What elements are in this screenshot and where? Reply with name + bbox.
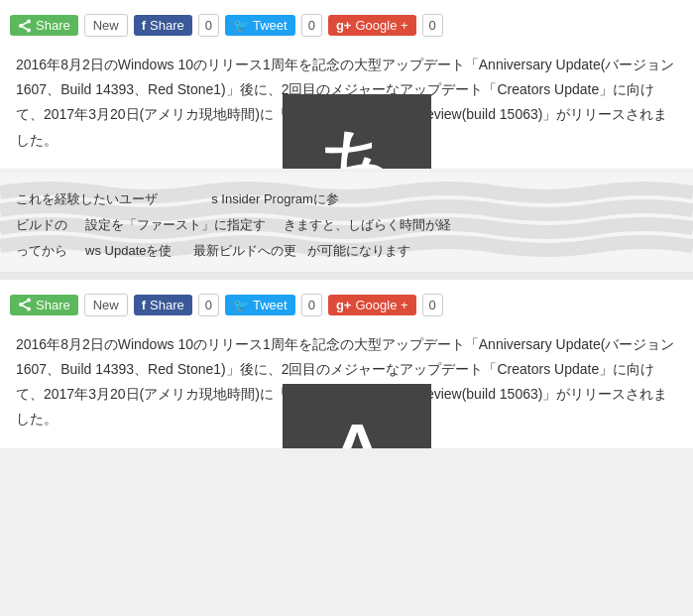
share-label-2: Share xyxy=(36,298,70,312)
new-button-2[interactable]: New xyxy=(84,294,128,316)
wavy-word-3: ビルドの xyxy=(16,217,67,232)
facebook-count-2: 0 xyxy=(198,294,219,316)
gplus-icon-2: g+ xyxy=(336,298,352,312)
gplus-label-2: Google + xyxy=(355,298,407,312)
gplus-count-2: 0 xyxy=(422,294,443,316)
svg-line-8 xyxy=(21,301,29,306)
new-button-1[interactable]: New xyxy=(84,14,128,37)
toolbar-1: Share New f Share 0 🐦 Tweet 0 g+ Google … xyxy=(0,10,693,45)
tweet-count-2: 0 xyxy=(301,294,322,316)
facebook-count-1: 0 xyxy=(198,14,219,37)
article-body-2: 2016年8月2日のWindows 10のリリース1周年を記念の大型アップデート… xyxy=(0,324,693,448)
toolbar-2: Share New f Share 0 🐦 Tweet 0 g+ Google … xyxy=(0,290,693,324)
wavy-word-2: s Insider Programに参 xyxy=(211,191,339,206)
wavy-word-8: 最新ビルドへの更 xyxy=(193,243,296,258)
twitter-icon-2: 🐦 xyxy=(233,298,249,312)
svg-line-3 xyxy=(21,21,29,26)
separator xyxy=(0,272,693,280)
wavy-word-1: これを経験したいユーザ xyxy=(16,191,158,206)
tweet-count-1: 0 xyxy=(301,14,322,37)
wavy-text: これを経験したいユーザ s Insider Programに参 ビルドの 設定を… xyxy=(0,183,693,268)
svg-line-9 xyxy=(21,305,29,309)
gplus-icon-1: g+ xyxy=(336,18,352,33)
overlay-char-2: A xyxy=(324,409,391,448)
share-button-2[interactable]: Share xyxy=(10,295,78,315)
facebook-label-1: Share xyxy=(150,18,184,33)
share-button-1[interactable]: Share xyxy=(10,15,78,36)
facebook-button-2[interactable]: f Share xyxy=(134,295,192,315)
twitter-icon-1: 🐦 xyxy=(233,18,249,33)
overlay-char-1: あ xyxy=(311,124,403,169)
wavy-word-6: ってから xyxy=(16,243,67,258)
overlay-hiragana: あ xyxy=(283,94,431,169)
overlay-latin: A xyxy=(283,384,431,448)
svg-line-4 xyxy=(21,26,29,31)
wavy-word-9: が可能になります xyxy=(307,243,410,258)
tweet-button-1[interactable]: 🐦 Tweet xyxy=(225,15,295,36)
facebook-icon-2: f xyxy=(142,298,146,312)
article-section-1: Share New f Share 0 🐦 Tweet 0 g+ Google … xyxy=(0,0,693,169)
article-section-2: Share New f Share 0 🐦 Tweet 0 g+ Google … xyxy=(0,280,693,448)
tweet-label-2: Tweet xyxy=(253,298,288,312)
gplus-count-1: 0 xyxy=(422,14,443,37)
wavy-word-4: 設定を「ファースト」に指定す xyxy=(85,217,266,232)
facebook-icon-1: f xyxy=(142,18,146,33)
wavy-section: これを経験したいユーザ s Insider Programに参 ビルドの 設定を… xyxy=(0,173,693,272)
tweet-label-1: Tweet xyxy=(253,18,288,33)
gplus-label-1: Google + xyxy=(355,18,407,33)
gplus-button-2[interactable]: g+ Google + xyxy=(328,295,416,315)
wavy-text-content: これを経験したいユーザ s Insider Programに参 ビルドの 設定を… xyxy=(16,191,451,258)
facebook-button-1[interactable]: f Share xyxy=(134,15,192,36)
new-label-2: New xyxy=(93,298,119,312)
share-icon xyxy=(18,19,32,33)
facebook-label-2: Share xyxy=(150,298,184,312)
wavy-word-7: ws Updateを使 xyxy=(85,243,172,258)
share-icon-2 xyxy=(18,298,32,311)
wavy-word-5: きますと、しばらく時間が経 xyxy=(284,217,451,232)
gplus-button-1[interactable]: g+ Google + xyxy=(328,15,416,36)
share-label-1: Share xyxy=(36,18,70,33)
tweet-button-2[interactable]: 🐦 Tweet xyxy=(225,295,295,315)
new-label-1: New xyxy=(93,18,119,33)
article-body-1: 2016年8月2日のWindows 10のリリース1周年を記念の大型アップデート… xyxy=(0,45,693,169)
